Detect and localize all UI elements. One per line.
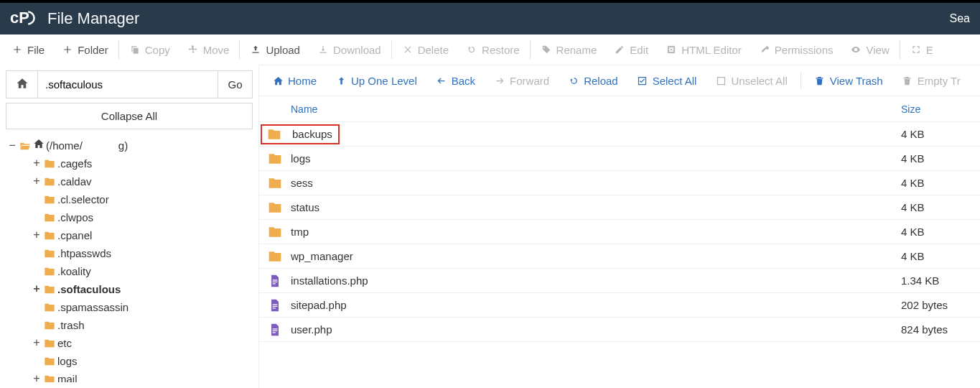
table-row[interactable]: tmp4 KB [259, 220, 980, 244]
table-row[interactable]: sitepad.php202 bytes [259, 293, 980, 318]
cpanel-logo-icon: cP [10, 8, 40, 30]
minus-toggle-icon[interactable]: − [7, 137, 17, 154]
folder-icon [43, 284, 56, 295]
plus-toggle-icon[interactable]: + [32, 226, 42, 244]
tree-item[interactable]: +.cagefs [7, 154, 253, 172]
checkbox-icon [637, 75, 648, 86]
tree-item[interactable]: logs [7, 352, 253, 370]
file-name: sess [291, 177, 901, 189]
collapse-all-button[interactable]: Collapse All [6, 103, 253, 129]
path-home-button[interactable] [6, 71, 38, 98]
sidebar: Go Collapse All − (/home/ g) +.cagefs+.c… [0, 65, 258, 388]
tree-item[interactable]: .clwpos [7, 208, 253, 226]
reload-icon [568, 75, 579, 86]
view-trash-button[interactable]: View Trash [806, 66, 892, 95]
edit-button[interactable]: Edit [605, 34, 657, 65]
plus-toggle-icon[interactable]: + [32, 334, 42, 352]
tree-item[interactable]: +etc [7, 334, 253, 352]
file-size: 1.34 KB [901, 274, 980, 287]
upload-button[interactable]: Upload [241, 34, 309, 65]
tree-item[interactable]: .htpasswds [7, 244, 253, 262]
plus-toggle-icon[interactable]: + [32, 172, 42, 190]
table-row[interactable]: sess4 KB [259, 171, 980, 195]
home-icon [16, 77, 29, 92]
folder-icon [43, 230, 56, 241]
tag-icon [541, 45, 552, 55]
extract-button[interactable]: E [902, 34, 942, 65]
html-editor-button[interactable]: HTML Editor [657, 34, 750, 65]
empty-trash-button[interactable]: Empty Tr [893, 66, 969, 95]
tree-item[interactable]: .koality [7, 262, 253, 280]
back-button[interactable]: Back [427, 66, 484, 95]
arrow-right-icon [494, 75, 505, 86]
table-row[interactable]: user.php824 bytes [259, 318, 980, 342]
plus-toggle-icon[interactable]: + [32, 370, 42, 382]
eye-icon [850, 45, 862, 55]
plus-toggle-icon[interactable]: + [32, 154, 42, 172]
folder-icon [43, 176, 56, 188]
file-size: 4 KB [901, 250, 980, 262]
tree-item[interactable]: .trash [7, 316, 253, 334]
table-row[interactable]: wp_manager4 KB [259, 244, 980, 269]
tree-item-label: .cagefs [57, 154, 92, 172]
new-file-button[interactable]: File [3, 34, 53, 65]
tree-item[interactable]: .spamassassin [7, 298, 253, 316]
home-button[interactable]: Home [263, 66, 325, 95]
tree-item-label: .softaculous [57, 280, 121, 298]
search-label[interactable]: Sea [950, 12, 970, 25]
file-size: 4 KB [901, 128, 980, 140]
file-name: sitepad.php [291, 299, 901, 311]
plus-toggle-icon[interactable]: + [32, 280, 42, 298]
column-size[interactable]: Size [901, 103, 980, 115]
permissions-button[interactable]: Permissions [750, 34, 842, 65]
move-button[interactable]: Move [179, 34, 238, 65]
folder-icon [259, 176, 291, 190]
forward-button[interactable]: Forward [485, 66, 558, 95]
tree-item-label: .trash [57, 316, 85, 334]
trash-icon [814, 75, 826, 86]
tree-item-label: .koality [57, 262, 91, 280]
tree-item[interactable]: +.caldav [7, 172, 253, 190]
table-row[interactable]: logs4 KB [259, 147, 980, 171]
table-row[interactable]: status4 KB [259, 195, 980, 220]
folder-icon [259, 200, 291, 215]
file-name: tmp [291, 226, 901, 238]
rename-button[interactable]: Rename [532, 34, 606, 65]
file-icon [259, 274, 291, 288]
path-bar: Go [6, 70, 253, 98]
path-input[interactable] [38, 71, 218, 98]
tree-item-label: .cpanel [57, 226, 92, 244]
tree-item[interactable]: +.cpanel [7, 226, 253, 244]
tree-root[interactable]: − (/home/ g) [7, 137, 253, 154]
delete-button[interactable]: Delete [393, 34, 457, 65]
app-header: cP File Manager Sea [0, 0, 980, 34]
restore-icon [466, 45, 477, 55]
file-table: Name Size backups4 KBlogs4 KBsess4 KBsta… [259, 96, 980, 388]
table-row[interactable]: backups4 KB [259, 122, 980, 147]
restore-button[interactable]: Restore [457, 34, 528, 65]
box-icon [715, 75, 727, 86]
table-row[interactable]: installations.php1.34 KB [259, 269, 980, 293]
column-name[interactable]: Name [291, 103, 901, 115]
tree-item-label: .cl.selector [57, 190, 109, 208]
tree-item-label: .caldav [57, 172, 92, 190]
folder-icon [43, 302, 56, 313]
reload-button[interactable]: Reload [559, 66, 627, 95]
view-button[interactable]: View [841, 34, 897, 65]
tree-item-label: .htpasswds [57, 244, 111, 262]
new-folder-button[interactable]: Folder [53, 34, 117, 65]
go-button[interactable]: Go [218, 71, 252, 98]
file-name: user.php [291, 323, 901, 336]
up-one-level-button[interactable]: Up One Level [327, 66, 426, 95]
select-all-button[interactable]: Select All [628, 66, 706, 95]
copy-button[interactable]: Copy [121, 34, 179, 65]
tree-item[interactable]: .cl.selector [7, 190, 253, 208]
tree-item[interactable]: +mail [7, 370, 253, 382]
folder-icon [259, 225, 291, 239]
download-button[interactable]: Download [309, 34, 390, 65]
tree-item[interactable]: +.softaculous [7, 280, 253, 298]
arrow-up-icon [335, 75, 347, 86]
listing-actionbar: Home Up One Level Back Forward Reload Se… [259, 65, 980, 96]
page-title: File Manager [47, 9, 139, 28]
unselect-all-button[interactable]: Unselect All [706, 66, 795, 95]
